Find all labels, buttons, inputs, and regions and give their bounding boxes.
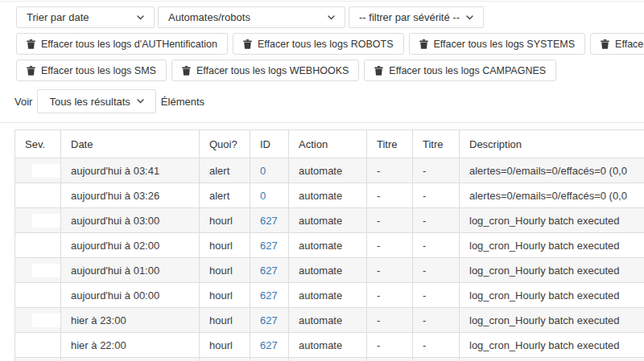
results-bar: Voir Tous les résultats Éléments [14, 89, 204, 113]
sev-cell [15, 183, 61, 208]
titre-cell: - [367, 208, 413, 233]
titre-cell: - [413, 308, 460, 333]
titre-cell: - [367, 233, 413, 258]
severity-badge [32, 264, 61, 277]
date-cell: aujourd'hui à 00:00 [61, 283, 200, 308]
trash-icon [374, 66, 383, 76]
id-link[interactable]: 627 [260, 240, 278, 252]
quoi-cell: hourl [200, 283, 250, 308]
chevron-down-icon [328, 15, 335, 20]
action-cell: automate [289, 158, 367, 183]
id-link[interactable]: 627 [260, 339, 278, 351]
results-count-select-value: Tous les résultats [49, 96, 130, 108]
sev-cell [15, 258, 61, 283]
table-row: aujourd'hui à 01:00 hourl 627 automate -… [15, 258, 644, 283]
clear-logs-button[interactable]: Effacer tous les logs ROBOTS [233, 33, 404, 55]
id-link[interactable]: 627 [260, 265, 278, 277]
id-cell: 627 [250, 233, 289, 258]
quoi-cell: alert [200, 183, 250, 208]
sev-cell [15, 208, 61, 233]
id-cell: 627 [250, 333, 289, 358]
date-cell: aujourd'hui à 03:26 [61, 183, 200, 208]
id-link[interactable]: 0 [260, 190, 266, 202]
clear-logs-button[interactable]: Effacer tous les logs CAMPAGNES [364, 59, 556, 81]
action-cell: automate [289, 333, 367, 358]
results-suffix-label: Éléments [161, 96, 204, 108]
sort-by-select[interactable]: Trier par date [16, 6, 155, 28]
titre-cell: - [413, 183, 460, 208]
table-row: aujourd'hui à 02:00 hourl 627 automate -… [15, 233, 644, 258]
titre-cell: - [413, 158, 460, 183]
description-cell: log_cron_Hourly batch executed [460, 208, 644, 233]
trash-icon [243, 39, 252, 49]
results-count-select[interactable]: Tous les résultats [37, 89, 155, 113]
id-cell: 627 [250, 283, 289, 308]
column-header-id: ID [250, 130, 289, 158]
table-row: aujourd'hui à 00:00 hourl 627 automate -… [15, 283, 644, 308]
sev-cell [15, 308, 61, 333]
severity-badge [32, 189, 61, 203]
log-type-select[interactable]: Automates/robots [158, 6, 345, 28]
id-link[interactable]: 627 [260, 289, 278, 302]
severity-badge [32, 164, 61, 178]
id-link[interactable]: 0 [260, 165, 266, 177]
severity-badge [32, 314, 61, 327]
date-cell: hier à 23:00 [61, 308, 200, 333]
description-cell: log_cron_Hourly batch executed [460, 308, 644, 333]
chevron-down-icon [137, 15, 144, 20]
sev-cell [15, 158, 61, 183]
date-cell: aujourd'hui à 02:00 [61, 233, 200, 258]
clear-logs-button-row-1: Effacer tous les logs d'AUTHentification… [16, 33, 644, 55]
clear-logs-button-label: Effacer tous les logs [615, 39, 644, 50]
clear-logs-button-label: Effacer tous les logs ROBOTS [258, 39, 394, 50]
date-cell: hier à 22:00 [61, 333, 200, 358]
content-divider [0, 122, 644, 123]
id-cell: 627 [250, 258, 289, 283]
trash-icon [182, 66, 191, 76]
id-cell: 0 [250, 158, 289, 183]
severity-filter-select-value: -- filtrer par sévérité -- [359, 11, 460, 23]
titre-cell: - [413, 258, 460, 283]
clear-logs-button[interactable]: Effacer tous les logs WEBHOOKS [171, 59, 359, 81]
severity-badge [32, 289, 61, 302]
id-link[interactable]: 627 [260, 215, 278, 227]
titre-cell: - [367, 333, 413, 358]
column-header-titre-2: Titre [413, 130, 460, 158]
chevron-down-icon [466, 15, 473, 20]
top-divider [0, 1, 644, 2]
clear-logs-button[interactable]: Effacer tous les logs SYSTEMS [409, 33, 586, 55]
titre-cell: - [367, 183, 413, 208]
clear-logs-button-label: Effacer tous les logs SMS [41, 65, 156, 76]
table-row-partial [15, 358, 644, 361]
sev-cell [15, 233, 61, 258]
clear-logs-button[interactable]: Effacer tous les logs [590, 33, 644, 55]
clear-logs-button-label: Effacer tous les logs d'AUTHentification [41, 39, 217, 50]
action-cell: automate [289, 308, 367, 333]
trash-icon [601, 39, 609, 49]
date-cell: aujourd'hui à 01:00 [61, 258, 200, 283]
logs-table: Sev. Date Quoi? ID Action Titre Titre De… [14, 129, 644, 361]
sort-by-select-value: Trier par date [27, 11, 89, 23]
log-type-select-value: Automates/robots [168, 11, 250, 23]
chevron-down-icon [137, 99, 144, 104]
severity-filter-select[interactable]: -- filtrer par sévérité -- [349, 6, 484, 28]
sev-cell [15, 283, 61, 308]
id-cell: 0 [250, 183, 289, 208]
filter-select-row: Trier par date Automates/robots -- filtr… [16, 6, 644, 28]
action-cell: automate [289, 283, 367, 308]
clear-logs-button[interactable]: Effacer tous les logs d'AUTHentification [16, 33, 228, 55]
id-cell: 627 [250, 308, 289, 333]
titre-cell: - [413, 208, 460, 233]
titre-cell: - [413, 283, 460, 308]
titre-cell: - [367, 158, 413, 183]
titre-cell: - [367, 308, 413, 333]
results-prefix-label: Voir [14, 96, 32, 108]
clear-logs-button[interactable]: Effacer tous les logs SMS [16, 59, 167, 81]
column-header-date: Date [61, 130, 200, 158]
quoi-cell: hourl [200, 208, 250, 233]
action-cell: automate [289, 208, 367, 233]
clear-logs-button-label: Effacer tous les logs CAMPAGNES [389, 65, 546, 76]
filter-toolbar: Trier par date Automates/robots -- filtr… [16, 6, 644, 81]
id-link[interactable]: 627 [260, 314, 278, 326]
action-cell: automate [289, 258, 367, 283]
